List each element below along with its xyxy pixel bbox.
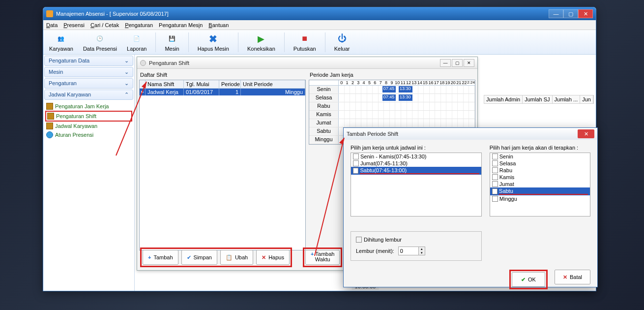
close-button[interactable]: ✕	[578, 9, 593, 18]
checkbox[interactable]	[492, 181, 498, 187]
toolbar: 👥Karyawan 🕒Data Presensi 📄Laporan 💾Mesin…	[43, 30, 596, 55]
power-icon: ⏻	[336, 33, 348, 45]
checkbox[interactable]	[492, 167, 498, 173]
list-item[interactable]: Senin - Kamis(07:45-13:30)	[351, 153, 481, 160]
minimize-button[interactable]: —	[549, 9, 563, 18]
toolbar-separator	[155, 32, 156, 52]
sidebar-section-pengaturan[interactable]: Pengaturan⌄	[44, 78, 133, 89]
checkbox[interactable]	[492, 174, 498, 180]
spin-up[interactable]: ▴	[418, 247, 425, 251]
toolbar-separator	[188, 32, 189, 52]
play-icon: ▶	[255, 33, 267, 45]
hapus-button[interactable]: ✕Hapus	[256, 250, 290, 265]
tambah-periode-shift-dialog: Tambah Periode Shift ✕ Pilih jam kerja u…	[343, 127, 598, 287]
day-row-rabu[interactable]: Rabu	[309, 102, 475, 111]
cell-unit: Minggu	[241, 89, 305, 95]
col-jumlah-admin: Jumlah Admin	[484, 95, 523, 103]
tool-data-presensi[interactable]: 🕒Data Presensi	[80, 32, 120, 53]
users-icon: 👥	[55, 33, 67, 45]
checkbox[interactable]	[353, 154, 359, 159]
sidebar-item-jadwal-karyawan[interactable]: Jadwal Karyawan	[45, 122, 132, 130]
menubar: Data Presensi Cari / Cetak Pengaturan Pe…	[43, 20, 596, 30]
simpan-button[interactable]: ✔Simpan	[181, 250, 217, 265]
menu-presensi[interactable]: Presensi	[63, 22, 85, 28]
checkbox[interactable]	[353, 160, 359, 166]
day-row-kamis[interactable]: Kamis	[309, 111, 475, 119]
tool-putuskan[interactable]: ■Putuskan	[291, 32, 319, 53]
tool-keluar[interactable]: ⏻Keluar	[331, 32, 353, 53]
jam-kerja-listbox[interactable]: Senin - Kamis(07:45-13:30) Jumat(07:45-1…	[351, 153, 482, 217]
cell-nama: Jadwal Kerja	[146, 89, 184, 95]
sidebar-item-pengaturan-jam-kerja[interactable]: Pengaturan Jam Kerja	[45, 102, 132, 111]
lembur-check-label: Dihitung lembur	[364, 237, 402, 243]
x-icon: ✕	[262, 254, 266, 261]
day-row-selasa[interactable]: Selasa07:4513:30	[309, 94, 475, 102]
sidebar-item-pengaturan-shift[interactable]: Pengaturan Shift	[45, 111, 132, 122]
minimize-button[interactable]: —	[440, 59, 451, 67]
menu-cari-cetak[interactable]: Cari / Cetak	[90, 22, 119, 28]
list-item[interactable]: Kamis	[490, 174, 590, 181]
menu-pengaturan[interactable]: Pengaturan	[125, 22, 153, 28]
hari-listbox[interactable]: Senin Selasa Rabu Kamis Jumat ✓Sabtu Min…	[490, 153, 590, 217]
batal-button[interactable]: ✕Batal	[555, 270, 590, 284]
dialog-title: Tambah Periode Shift	[347, 131, 578, 137]
sidebar-section-mesin[interactable]: Mesin⌄	[44, 67, 133, 77]
sidebar-section-pengaturan-data[interactable]: Pengaturan Data⌄	[44, 56, 133, 66]
spin-down[interactable]: ▾	[418, 251, 425, 255]
shift-grid[interactable]: Nama Shift Tgl. Mulai Periode Unit Perio…	[139, 80, 306, 250]
menu-pengaturan-mesin[interactable]: Pengaturan Mesin	[159, 22, 203, 28]
lembur-checkbox[interactable]	[356, 237, 362, 243]
pilih-hari-label: Pilih hari jam kerja akan di terapkan :	[490, 145, 590, 151]
list-item[interactable]: Jumat	[490, 181, 590, 187]
device-icon: 💾	[166, 33, 178, 45]
calendar-icon	[46, 123, 53, 129]
highlight-box: ✔OK	[509, 270, 548, 289]
daftar-shift-label: Daftar Shift	[139, 71, 306, 80]
titlebar: Manajemen Absensi - [ Supervisor 05/08/2…	[43, 7, 596, 20]
tambah-button[interactable]: +Tambah	[143, 250, 178, 265]
list-item[interactable]: Minggu	[490, 195, 590, 202]
list-item[interactable]: Jumat(07:45-11:30)	[351, 160, 481, 167]
tool-mesin[interactable]: 💾Mesin	[162, 32, 182, 53]
checkbox[interactable]	[492, 160, 498, 166]
shift-row[interactable]: ▸ Jadwal Kerja 01/08/2017 1 Minggu	[140, 89, 305, 95]
ok-button[interactable]: ✔OK	[512, 272, 545, 287]
menu-data[interactable]: Data	[46, 22, 58, 28]
toolbar-separator	[284, 32, 285, 52]
list-item[interactable]: ✓Sabtu(07:45-13:00)	[351, 167, 481, 175]
check-icon: ✔	[187, 254, 191, 261]
list-item[interactable]: Rabu	[490, 167, 590, 174]
sidebar-section-jadwal-karyawan[interactable]: Jadwal Karyawan⌃	[44, 90, 133, 100]
day-row-jumat[interactable]: Jumat	[309, 119, 475, 127]
tool-koneksikan[interactable]: ▶Koneksikan	[244, 32, 278, 53]
list-item[interactable]: Senin	[490, 153, 590, 160]
lembur-input[interactable]	[399, 248, 418, 254]
checkbox[interactable]: ✓	[353, 168, 358, 174]
day-row-senin[interactable]: Senin07:4513:30	[309, 86, 475, 94]
maximize-button[interactable]: ▢	[452, 59, 463, 67]
dialog-titlebar: Tambah Periode Shift ✕	[344, 128, 597, 140]
col-tgl-mulai: Tgl. Mulai	[184, 80, 219, 88]
sidebar-item-aturan-presensi[interactable]: Aturan Presensi	[45, 130, 132, 139]
menu-bantuan[interactable]: Bantuan	[208, 22, 229, 28]
checkbox[interactable]	[492, 154, 498, 159]
list-item[interactable]: ✓Sabtu	[490, 187, 590, 195]
tool-karyawan[interactable]: 👥Karyawan	[46, 32, 76, 53]
shift-icon	[47, 113, 54, 120]
list-item[interactable]: Selasa	[490, 160, 590, 167]
ubah-button[interactable]: 📋Ubah	[220, 250, 253, 265]
maximize-button[interactable]: ▢	[563, 9, 578, 18]
lembur-spinner[interactable]: ▴▾	[398, 247, 425, 255]
col-jumlah: Jumlah ...	[553, 95, 581, 103]
check-icon: ✔	[521, 277, 526, 283]
tambah-waktu-button[interactable]: + TambahWaktu	[305, 250, 340, 265]
close-button[interactable]: ✕	[464, 59, 474, 67]
clock-icon: 🕒	[94, 33, 106, 45]
close-button[interactable]: ✕	[578, 129, 594, 138]
chevron-icon: ⌄	[124, 69, 129, 75]
tool-hapus-mesin[interactable]: ✖Hapus Mesin	[195, 32, 232, 53]
checkbox[interactable]: ✓	[492, 188, 498, 194]
checkbox[interactable]	[492, 196, 498, 202]
tool-laporan[interactable]: 📄Laporan	[124, 32, 149, 53]
col-periode: Periode	[219, 80, 241, 88]
